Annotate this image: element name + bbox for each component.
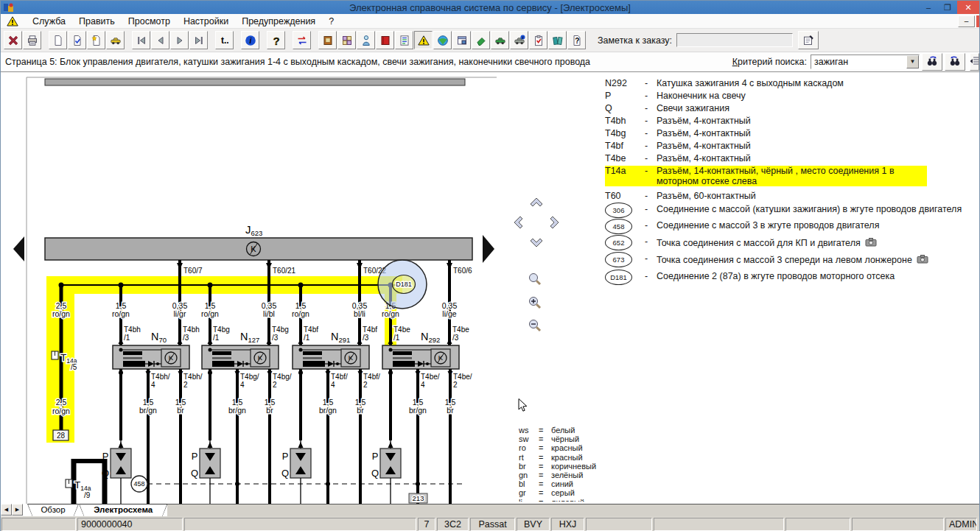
- info-button[interactable]: i: [241, 31, 259, 49]
- legend-dash: -: [645, 116, 657, 126]
- legend-code: T4bh: [605, 116, 645, 126]
- tab-scroll-left-button[interactable]: ◀: [1, 504, 12, 516]
- menu-item-5[interactable]: Предупреждения: [235, 15, 322, 28]
- nav-first-button[interactable]: [132, 31, 150, 49]
- tab-wiring[interactable]: Электросхема: [79, 504, 167, 516]
- svg-text:T4be/: T4be/: [453, 373, 472, 381]
- legend-code: T4bf: [605, 141, 645, 151]
- camera-icon[interactable]: [917, 256, 928, 266]
- manuals-button[interactable]: [548, 31, 567, 49]
- pan-down-icon[interactable]: [528, 234, 547, 253]
- legend-code: T4be: [605, 153, 645, 163]
- legend-dash: -: [645, 91, 657, 101]
- window-layout-button[interactable]: [452, 31, 471, 49]
- menu-item-3[interactable]: Просмотр: [122, 15, 177, 28]
- print-button[interactable]: [23, 31, 41, 49]
- order-note-input[interactable]: [676, 33, 793, 47]
- goto-button[interactable]: t..: [215, 31, 234, 49]
- legend-code: 652: [605, 235, 632, 250]
- wiring-diagram[interactable]: J623KT60/7T60/21T60/22T60/62,5ro/gn1,5ro…: [1, 72, 502, 504]
- legend-dash: -: [645, 128, 657, 138]
- zoom-tool-icon[interactable]: [527, 271, 546, 290]
- binoculars-forward-icon: [926, 55, 938, 69]
- switch-button[interactable]: [293, 31, 311, 49]
- menu-item-6[interactable]: ?: [322, 15, 340, 28]
- minimize-button[interactable]: –: [919, 1, 938, 14]
- tab-scroll-right-button[interactable]: ▶: [12, 504, 23, 516]
- search-forward-button[interactable]: [922, 53, 942, 71]
- checklist-button[interactable]: [529, 31, 547, 49]
- svg-text:t..: t..: [221, 35, 229, 46]
- diagram-next-arrow[interactable]: [483, 235, 494, 263]
- nav-next-button[interactable]: [170, 31, 189, 49]
- svg-text:N70: N70: [151, 331, 167, 344]
- menu-item-4[interactable]: Настройки: [177, 15, 235, 28]
- equals-sign: =: [539, 453, 551, 462]
- legend-description: Соединение 2 (87а) в жгуте проводов мото…: [657, 271, 895, 281]
- menu-item-2[interactable]: Править: [72, 15, 122, 28]
- svg-text:Q: Q: [191, 468, 198, 479]
- repair-manual-button[interactable]: [376, 31, 394, 49]
- combo-dropdown-arrow-icon[interactable]: ▼: [906, 55, 919, 68]
- color-code-row-bl: bl=синий: [519, 479, 651, 488]
- pan-left-icon[interactable]: [509, 214, 528, 233]
- doc-new-button[interactable]: [49, 31, 67, 49]
- pan-up-icon[interactable]: [528, 193, 547, 212]
- search-criteria-combobox[interactable]: зажиган ▼: [811, 54, 920, 69]
- color-code: li: [519, 498, 539, 502]
- service-figure-button[interactable]: [357, 31, 375, 49]
- legend-description: Разъём, 60-контактный: [657, 191, 756, 201]
- body-repair-button[interactable]: [472, 31, 490, 49]
- tab-bar: ◀ ▶ ОбзорЭлектросхема: [1, 504, 979, 516]
- status-cell-13: ADMIN: [945, 518, 977, 531]
- junction-D181[interactable]: D181: [378, 260, 427, 309]
- pan-right-icon[interactable]: [546, 214, 565, 233]
- status-cell-7: BVY: [517, 518, 550, 531]
- exit-button[interactable]: [4, 31, 22, 49]
- status-cell-3: [184, 518, 416, 531]
- menu-item-1[interactable]: Служба: [26, 15, 72, 28]
- checklist-icon: [533, 35, 545, 46]
- wiring-book-button[interactable]: [318, 31, 337, 49]
- mdi-restore-button[interactable]: –: [958, 15, 975, 27]
- doc-note-button[interactable]: [87, 31, 105, 49]
- doc-edit-button[interactable]: [68, 31, 86, 49]
- doc-help-button[interactable]: ?: [567, 31, 586, 49]
- equals-sign: =: [539, 471, 551, 479]
- maximize-button[interactable]: ❐: [938, 1, 957, 14]
- color-name: коричневый: [551, 462, 596, 471]
- svg-text:T4be: T4be: [393, 326, 410, 334]
- color-code-row-gr: gr=серый: [519, 488, 651, 497]
- vehicle-button[interactable]: [106, 31, 125, 49]
- nav-prev-button[interactable]: [151, 31, 169, 49]
- zoom-out-icon[interactable]: [527, 317, 546, 337]
- warning-doc-icon[interactable]: [7, 15, 20, 27]
- order-note-edit-button[interactable]: [798, 31, 819, 49]
- nav-last-button[interactable]: [189, 31, 208, 49]
- color-code-row-rt: rt=красный: [519, 453, 651, 462]
- doc-list-button[interactable]: [395, 31, 413, 49]
- mdi-close-button[interactable]: [976, 15, 979, 27]
- legend-description: Точка соединения с массой 3 спереди на л…: [657, 253, 928, 265]
- status-cell-2: 9000000040: [77, 518, 183, 531]
- info-icon: i: [245, 35, 256, 46]
- camera-icon[interactable]: [865, 239, 877, 249]
- legend-description: Разъём, 4-контактный: [657, 153, 751, 163]
- legend-description: Точка соединения с массой для КП и двига…: [657, 236, 877, 248]
- vehicle-green-button[interactable]: [491, 31, 509, 49]
- svg-text:ro/gn: ro/gn: [52, 407, 70, 415]
- close-button[interactable]: ✕: [957, 1, 979, 14]
- warning-button[interactable]: [414, 31, 433, 49]
- globe-button[interactable]: [433, 31, 452, 49]
- zoom-in-icon[interactable]: [527, 295, 546, 314]
- parts-box-button[interactable]: [337, 31, 356, 49]
- tab-overview[interactable]: Обзор: [27, 504, 79, 516]
- help-button[interactable]: ?: [267, 31, 285, 49]
- vehicle-info-button[interactable]: i: [510, 31, 528, 49]
- window-layout-icon: [456, 35, 468, 46]
- jump-list-button[interactable]: [970, 53, 979, 71]
- diagram-prev-arrow[interactable]: [13, 236, 24, 261]
- search-backward-button[interactable]: [945, 53, 965, 71]
- legend-row-458: 458-Соединение с массой 3 в жгуте провод…: [605, 220, 879, 234]
- equals-sign: =: [539, 435, 551, 443]
